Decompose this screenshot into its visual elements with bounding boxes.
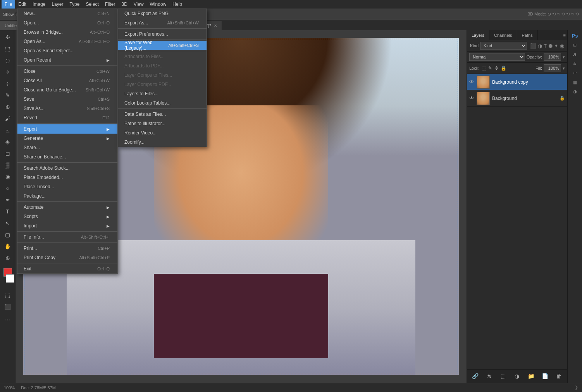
more-tools-btn[interactable]: … <box>2 313 14 324</box>
zoom-btn[interactable]: ⊕ <box>2 253 14 263</box>
menu-layer[interactable]: Layer <box>48 0 66 9</box>
menu-file-info[interactable]: File Info... Alt+Shift+Ctrl+I <box>17 232 117 242</box>
layer-fx-btn[interactable]: fx <box>485 372 494 380</box>
lock-all-btn[interactable]: 🔒 <box>501 65 506 71</box>
lock-position-btn[interactable]: ✎ <box>488 65 492 71</box>
dodge-btn[interactable]: ○ <box>2 183 14 194</box>
menu-scripts[interactable]: Scripts <box>17 212 117 221</box>
layer-background-copy[interactable]: 👁 Background copy <box>467 74 567 90</box>
menu-exit[interactable]: Exit Ctrl+Q <box>17 264 117 273</box>
stamp-btn[interactable]: ⎁ <box>2 125 14 136</box>
menu-print-one[interactable]: Print One Copy Alt+Shift+Ctrl+P <box>17 253 117 262</box>
fill-input[interactable] <box>544 64 561 72</box>
menu-package[interactable]: Package... <box>17 191 117 201</box>
menu-automate[interactable]: Automate <box>17 203 117 212</box>
menu-share-behance[interactable]: Share on Behance... <box>17 152 117 162</box>
opacity-arrow[interactable]: ▾ <box>563 55 565 60</box>
fill-arrow[interactable]: ▾ <box>563 66 565 71</box>
menu-open-smart[interactable]: Open as Smart Object... <box>17 46 117 55</box>
menu-open-as[interactable]: Open As... Alt+Shift+Ctrl+O <box>17 37 117 46</box>
status-arrow[interactable]: ❯ <box>575 385 578 390</box>
menu-window[interactable]: Window <box>147 0 170 9</box>
menu-browse-bridge[interactable]: Browse in Bridge... Alt+Ctrl+O <box>17 28 117 37</box>
filter-type-btn[interactable]: T <box>544 43 547 49</box>
pen-btn[interactable]: ✒ <box>2 194 14 205</box>
lock-artboard-btn[interactable]: ✣ <box>494 65 498 71</box>
path-select-btn[interactable]: ↖ <box>2 218 14 229</box>
menu-place-embedded[interactable]: Place Embedded... <box>17 173 117 182</box>
export-quick-png[interactable]: Quick Export as PNG <box>118 9 207 18</box>
blur-btn[interactable]: ◉ <box>2 171 14 182</box>
history-btn[interactable]: ◈ <box>2 136 14 147</box>
healing-btn[interactable]: ⊕ <box>2 101 14 112</box>
opacity-input[interactable] <box>544 53 561 61</box>
lock-pixels-btn[interactable]: ⬚ <box>482 65 486 71</box>
marquee-tool-btn[interactable]: ⬚ <box>2 43 14 54</box>
lasso-tool-btn[interactable]: ◌ <box>2 55 14 66</box>
channels-icon[interactable]: ≋ <box>571 60 579 67</box>
menu-revert[interactable]: Revert F12 <box>17 113 117 122</box>
gradient-btn[interactable]: ▒ <box>2 160 14 170</box>
grid-icon[interactable]: ⊞ <box>571 41 579 49</box>
type-btn[interactable]: T <box>2 206 14 217</box>
layer-visibility-1[interactable]: 👁 <box>469 79 474 85</box>
eyedropper-btn[interactable]: ✎ <box>2 90 14 101</box>
paths-tab[interactable]: Paths <box>517 30 538 40</box>
crop-tool-btn[interactable]: ⊹ <box>2 78 14 89</box>
menu-open-recent[interactable]: Open Recent <box>17 55 117 65</box>
export-data-sets[interactable]: Data Sets as Files... <box>118 110 207 119</box>
history-panel-icon[interactable]: ↩ <box>571 69 579 77</box>
layer-delete-btn[interactable]: 🗑 <box>554 372 563 380</box>
magic-wand-btn[interactable]: ✧ <box>2 67 14 77</box>
export-as[interactable]: Export As... Alt+Shift+Ctrl+W <box>118 18 207 28</box>
character-icon[interactable]: A <box>571 50 579 58</box>
menu-filter[interactable]: Filter <box>102 0 119 9</box>
layer-adj-btn[interactable]: ◑ <box>512 372 522 380</box>
export-layers-files[interactable]: Layers to Files... <box>118 89 207 98</box>
layer-new-btn[interactable]: 📄 <box>540 372 549 380</box>
menu-save-as[interactable]: Save As... Shift+Ctrl+S <box>17 104 117 113</box>
menu-edit[interactable]: Edit <box>15 0 29 9</box>
brush-btn[interactable]: 🖌 <box>2 113 14 124</box>
menu-view[interactable]: View <box>131 0 147 9</box>
menu-type[interactable]: Type <box>66 0 83 9</box>
blend-mode-select[interactable]: Normal <box>469 53 525 61</box>
export-color-lookup[interactable]: Color Lookup Tables... <box>118 98 207 108</box>
export-save-web[interactable]: Save for Web (Legacy)... Alt+Shift+Ctrl+… <box>118 41 207 50</box>
menu-place-linked[interactable]: Place Linked... <box>17 182 117 191</box>
layer-link-btn[interactable]: 🔗 <box>471 372 480 380</box>
export-render-video[interactable]: Render Video... <box>118 128 207 138</box>
eraser-btn[interactable]: ◻ <box>2 148 14 159</box>
menu-select[interactable]: Select <box>83 0 102 9</box>
filter-smart-btn[interactable]: ✦ <box>554 43 558 49</box>
menu-3d[interactable]: 3D <box>118 0 130 9</box>
menu-close-all[interactable]: Close All Alt+Ctrl+W <box>17 76 117 85</box>
move-tool-btn[interactable]: ✣ <box>2 32 14 43</box>
screen-mode-btn[interactable]: ⬛ <box>2 301 14 312</box>
panel-menu-btn[interactable]: ≡ <box>563 33 566 38</box>
menu-file[interactable]: File <box>2 0 15 9</box>
filter-pixel-btn[interactable]: ⬛ <box>530 43 536 49</box>
adj-icon[interactable]: ◑ <box>571 88 579 95</box>
menu-image[interactable]: Image <box>29 0 48 9</box>
tab-close-3[interactable]: ✕ <box>214 24 217 28</box>
menu-close[interactable]: Close Ctrl+W <box>17 67 117 76</box>
menu-close-bridge[interactable]: Close and Go to Bridge... Shift+Ctrl+W <box>17 85 117 95</box>
filter-toggle-btn[interactable]: ◉ <box>560 43 564 49</box>
channels-tab[interactable]: Channels <box>489 30 517 40</box>
menu-generate[interactable]: Generate <box>17 134 117 143</box>
menu-help[interactable]: Help <box>169 0 185 9</box>
filter-kind-select[interactable]: Kind <box>480 42 527 50</box>
export-paths-illustrator[interactable]: Paths to Illustrator... <box>118 119 207 128</box>
layer-group-btn[interactable]: 📁 <box>526 372 536 380</box>
quick-mask-btn[interactable]: ⬚ <box>2 290 14 301</box>
export-zoomify[interactable]: Zoomify... <box>118 138 207 147</box>
menu-new[interactable]: New... Ctrl+N <box>17 9 117 18</box>
shape-btn[interactable]: ▢ <box>2 229 14 240</box>
layer-visibility-2[interactable]: 👁 <box>469 95 474 101</box>
layer-background[interactable]: 👁 Background 🔒 <box>467 90 567 107</box>
layers-tab[interactable]: Layers <box>467 30 489 40</box>
filter-adj-btn[interactable]: ◑ <box>538 43 542 49</box>
menu-open[interactable]: Open... Ctrl+O <box>17 18 117 28</box>
menu-export[interactable]: Export <box>17 124 117 134</box>
